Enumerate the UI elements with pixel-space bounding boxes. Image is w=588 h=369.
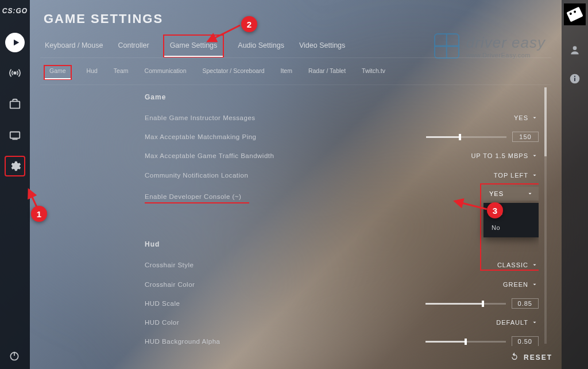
page-title: GAME SETTINGS [40, 0, 551, 34]
slider-ping[interactable] [426, 136, 506, 138]
dropdown-console-highlight: YES Yes No [480, 183, 539, 271]
value-bandwidth: UP TO 1.5 MBPS [471, 152, 528, 159]
dropdown-instructor[interactable]: YES [513, 112, 539, 124]
annotation-callout-1: 1 [31, 206, 47, 222]
tabs-primary: Keyboard / Mouse Controller Game Setting… [40, 34, 551, 58]
chevron-down-icon [532, 320, 537, 325]
inventory-icon[interactable] [5, 94, 25, 114]
row-instructor: Enable Game Instructor Messages YES [145, 108, 539, 128]
chevron-down-icon [532, 115, 537, 121]
row-ping: Max Acceptable Matchmaking Ping 150 [145, 128, 539, 146]
subtab-team[interactable]: Team [113, 65, 130, 80]
avatar[interactable] [564, 3, 586, 25]
textbox-hud-scale[interactable]: 0.85 [512, 298, 539, 309]
textbox-ping[interactable]: 150 [512, 132, 539, 142]
annotation-callout-3: 3 [487, 202, 503, 218]
subtab-spectator[interactable]: Spectator / Scoreboard [202, 65, 266, 80]
subtab-twitch[interactable]: Twitch.tv [361, 65, 386, 80]
settings-icon[interactable] [5, 156, 25, 176]
tabs-sub: Game Hud Team Communication Spectator / … [40, 58, 551, 85]
textbox-hud-alpha[interactable]: 0.50 [512, 336, 539, 346]
label-hud-alpha: HUD Background Alpha [145, 338, 220, 345]
label-hud-color: HUD Color [145, 319, 179, 326]
broadcast-icon[interactable] [5, 63, 25, 83]
label-console: Enable Developer Console (~) [145, 193, 241, 200]
slider-hud-scale[interactable] [425, 303, 506, 305]
row-bandwidth: Max Acceptable Game Traffic Bandwidth UP… [145, 146, 539, 166]
value-community: TOP LEFT [494, 172, 528, 179]
label-instructor: Enable Game Instructor Messages [145, 114, 256, 121]
section-heading-game: Game [145, 85, 539, 108]
label-hud-scale: HUD Scale [145, 300, 180, 307]
label-community: Community Notification Location [145, 172, 248, 179]
profile-icon[interactable] [565, 40, 585, 60]
tab-keyboard-mouse[interactable]: Keyboard / Mouse [44, 34, 104, 57]
dropdown-community[interactable]: TOP LEFT [493, 170, 539, 181]
svg-point-0 [13, 71, 17, 75]
watch-icon[interactable] [5, 125, 25, 145]
subtab-radar[interactable]: Radar / Tablet [307, 65, 347, 80]
label-cross-color: Crosshair Color [145, 281, 195, 288]
chevron-down-icon [532, 282, 537, 287]
slider-hud-alpha[interactable] [425, 341, 506, 343]
power-icon[interactable] [9, 350, 20, 364]
sidebar-left: CS:GO [0, 0, 30, 369]
annotation-arrow-3 [451, 198, 489, 216]
svg-rect-1 [10, 101, 20, 108]
subtab-game[interactable]: Game [44, 65, 72, 80]
option-no[interactable]: No [483, 220, 539, 235]
chevron-down-icon [532, 172, 537, 178]
scrollbar[interactable] [544, 87, 547, 344]
subtab-communication[interactable]: Communication [144, 65, 188, 80]
value-cross-color: GREEN [503, 281, 528, 288]
annotation-callout-2: 2 [241, 16, 257, 32]
label-bandwidth: Max Acceptable Game Traffic Bandwidth [145, 152, 274, 159]
play-button[interactable] [5, 33, 25, 52]
reset-button[interactable]: RESET [510, 352, 552, 363]
value-console: YES [489, 190, 504, 197]
row-hud-scale: HUD Scale 0.85 [145, 294, 539, 313]
dropdown-console[interactable]: YES [483, 187, 539, 201]
row-cross-color: Crosshair Color GREEN [145, 275, 539, 294]
dropdown-bandwidth[interactable]: UP TO 1.5 MBPS [470, 150, 539, 162]
info-icon[interactable] [565, 69, 585, 89]
sidebar-right [562, 0, 588, 369]
svg-point-3 [573, 46, 577, 50]
row-hud-alpha: HUD Background Alpha 0.50 [145, 332, 539, 346]
svg-rect-2 [10, 132, 20, 139]
row-community: Community Notification Location TOP LEFT [145, 166, 539, 185]
svg-point-6 [574, 76, 575, 77]
game-logo: CS:GO [2, 7, 28, 15]
dropdown-hud-color[interactable]: DEFAULT [495, 317, 539, 328]
tab-controller[interactable]: Controller [117, 34, 150, 57]
svg-rect-5 [574, 78, 575, 81]
value-hud-color: DEFAULT [496, 319, 528, 326]
subtab-item[interactable]: Item [279, 65, 293, 80]
chevron-down-icon [527, 191, 533, 197]
subtab-hud[interactable]: Hud [86, 65, 99, 80]
label-ping: Max Acceptable Matchmaking Ping [145, 133, 256, 140]
row-hud-color: HUD Color DEFAULT [145, 313, 539, 332]
chevron-down-icon [532, 153, 537, 159]
annotation-arrow-2 [204, 23, 245, 48]
label-cross-style: Crosshair Style [145, 262, 194, 268]
value-instructor: YES [514, 114, 528, 121]
tab-video-settings[interactable]: Video Settings [298, 34, 346, 57]
highlight-underline [145, 202, 249, 204]
reset-label: RESET [524, 353, 552, 362]
reset-icon [510, 352, 519, 363]
dropdown-cross-color[interactable]: GREEN [502, 279, 539, 290]
